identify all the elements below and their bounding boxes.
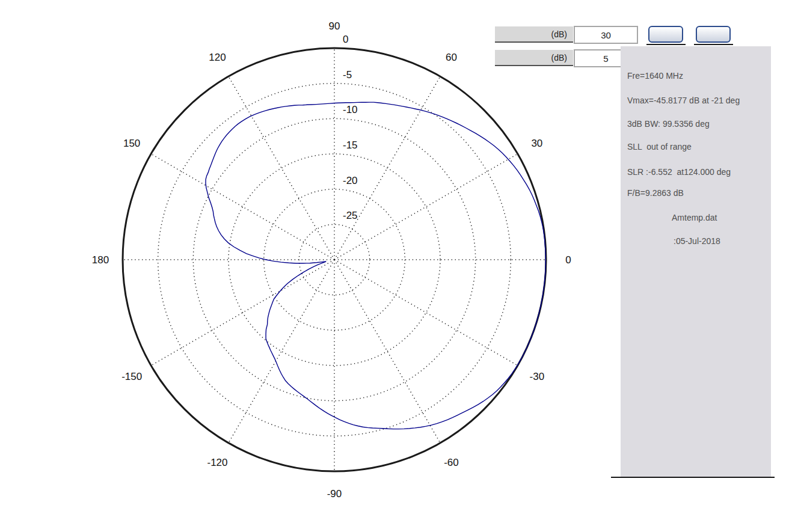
scale-db-input-1[interactable] xyxy=(574,26,638,44)
angle-label: -60 xyxy=(444,457,459,468)
stat-fb-ratio: F/B=9.2863 dB xyxy=(627,188,684,198)
polar-grid xyxy=(123,48,546,471)
angle-label: -150 xyxy=(121,371,142,382)
angle-label: 150 xyxy=(123,138,140,149)
toolbar-button-2[interactable] xyxy=(696,26,731,43)
app-window: 0306090120150180-150-120-90-60-300-5-10-… xyxy=(0,0,792,532)
radial-label: -20 xyxy=(343,175,358,186)
polar-chart: 0306090120150180-150-120-90-60-300-5-10-… xyxy=(0,0,607,532)
button-underline-1 xyxy=(646,44,686,45)
panel-bottom-rule xyxy=(611,477,775,478)
date-label: :05-Jul-2018 xyxy=(674,236,720,246)
angle-label: -120 xyxy=(207,457,228,468)
scale-db-label-2: (dB) xyxy=(495,50,573,66)
radial-label: -10 xyxy=(343,104,358,115)
data-file-name: Amtemp.dat xyxy=(672,213,717,222)
stat-vmax: Vmax=-45.8177 dB at -21 deg xyxy=(627,96,740,105)
radial-label: -25 xyxy=(343,210,358,221)
stat-frequency: Fre=1640 MHz xyxy=(627,71,683,81)
radiation-pattern-curve xyxy=(206,102,545,429)
angle-label: 60 xyxy=(446,52,457,63)
scale-db-label-1: (dB) xyxy=(495,26,573,43)
angle-label: 30 xyxy=(531,138,542,149)
button-underline-2 xyxy=(694,44,733,45)
stat-sll: SLL out of range xyxy=(627,142,692,151)
angle-label: 90 xyxy=(329,20,340,32)
results-panel: Fre=1640 MHz Vmax=-45.8177 dB at -21 deg… xyxy=(621,46,771,477)
radial-label: -15 xyxy=(343,139,358,151)
angle-label: -90 xyxy=(327,488,342,500)
angle-label: 120 xyxy=(209,52,226,63)
angle-label: -30 xyxy=(530,371,545,382)
toolbar-button-1[interactable] xyxy=(648,26,683,43)
angle-label: 0 xyxy=(565,254,571,266)
radial-label: -5 xyxy=(343,69,352,81)
angle-label: 180 xyxy=(92,254,109,266)
radial-label: 0 xyxy=(343,34,348,45)
stat-3db-bw: 3dB BW: 99.5356 deg xyxy=(627,119,710,129)
stat-slr: SLR :-6.552 at124.000 deg xyxy=(627,167,731,177)
